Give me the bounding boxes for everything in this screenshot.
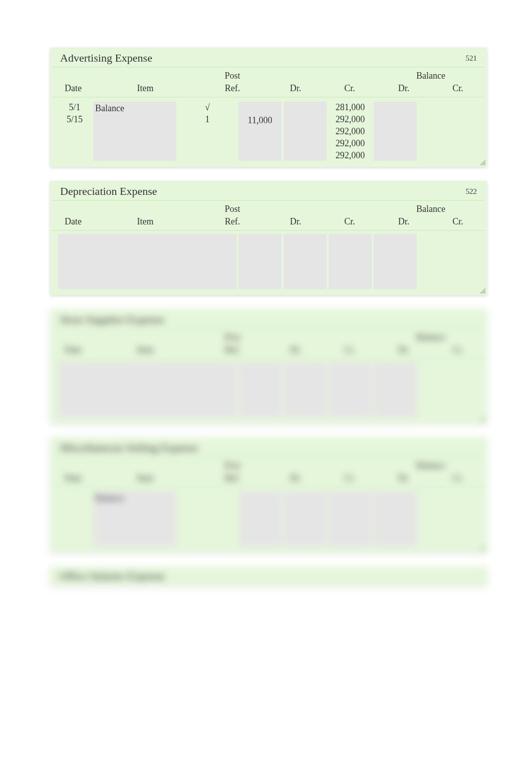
page: Advertising Expense 521 Post Balance Dat…	[0, 0, 532, 586]
header-cr: Cr.	[323, 344, 377, 358]
account-number: 522	[466, 187, 477, 196]
ledger-depreciation-expense: Depreciation Expense 522 Post Balance Da…	[50, 181, 487, 295]
cell-dr	[240, 103, 280, 114]
header-cr: Cr.	[323, 472, 377, 486]
divider	[52, 456, 485, 457]
col-post-ref	[177, 491, 237, 547]
divider	[52, 67, 485, 68]
cell-bdr: 292,000	[328, 150, 373, 161]
ledger-title: Store Supplies Expense	[60, 313, 164, 326]
cell-post	[177, 491, 237, 502]
ledger-title: Advertising Expense	[60, 52, 152, 65]
cell-bdr: 292,000	[328, 126, 373, 137]
ledger-office-salaries-expense-stub: Office Salaries Expense	[50, 567, 487, 586]
cell-date	[57, 138, 92, 149]
cell-date	[57, 150, 92, 161]
cell-post: 1	[177, 114, 237, 125]
ledger-title: Office Salaries Expense	[59, 570, 165, 583]
header-item: Item	[94, 344, 196, 358]
header-balance-cr: Cr.	[431, 82, 485, 97]
header-balance-cr: Cr.	[431, 215, 485, 230]
ledger-body: Balance	[51, 488, 486, 551]
ledger-title-row: Advertising Expense 521	[51, 49, 486, 67]
ledger-title-row: Miscellaneous Selling Expense	[51, 438, 486, 456]
panel-balance-dr	[329, 234, 372, 289]
col-dr	[238, 491, 282, 547]
ledger-body: 5/1 5/15 Balance √ 1 11,000	[51, 99, 486, 165]
cell-item: Balance	[95, 103, 174, 114]
ledger-header-table: Post Balance Date Item Ref. Dr. Cr. Dr. …	[52, 202, 485, 230]
col-post-ref: √ 1	[177, 102, 237, 161]
header-balance: Balance	[377, 69, 485, 82]
ledger-body	[51, 232, 486, 293]
cell-cr	[286, 103, 325, 114]
header-balance: Balance	[377, 202, 485, 215]
header-dr: Dr.	[269, 215, 323, 230]
header-post-bot: Ref.	[196, 472, 269, 486]
ledger-header-table: Post Balance Date Item Ref. Dr. Cr. Dr. …	[52, 458, 485, 486]
divider	[52, 328, 485, 329]
header-date: Date	[52, 344, 94, 358]
header-item: Item	[94, 215, 196, 230]
header-balance-dr: Dr.	[377, 472, 431, 486]
panel-cr	[284, 234, 327, 289]
header-balance: Balance	[377, 330, 485, 344]
cell-post: √	[177, 102, 237, 113]
cell-bdr: 281,000	[328, 102, 373, 113]
header-dr: Dr.	[269, 82, 323, 97]
cell-item: Balance	[95, 492, 174, 503]
ledger-body	[51, 360, 486, 421]
ledger-header-table: Post Balance Date Item Ref. Dr. Cr. Dr. …	[52, 330, 485, 358]
header-cr: Cr.	[323, 82, 377, 97]
header-item: Item	[94, 472, 196, 486]
ledger-title-row: Depreciation Expense 522	[51, 182, 486, 200]
header-balance-cr: Cr.	[431, 472, 485, 486]
col-balance-cr	[374, 491, 417, 547]
header-post-bot: Ref.	[196, 215, 269, 230]
col-item: Balance	[93, 491, 176, 547]
divider	[52, 486, 485, 487]
header-post-top: Post	[196, 69, 269, 82]
col-cr	[284, 102, 327, 161]
panel-cr	[284, 362, 327, 417]
header-balance: Balance	[377, 458, 485, 472]
panel-balance-cr	[374, 362, 417, 417]
header-cr: Cr.	[323, 215, 377, 230]
panel-date-item-post	[58, 362, 236, 417]
ledger-misc-selling-expense: Miscellaneous Selling Expense Post Balan…	[50, 437, 487, 553]
header-dr: Dr.	[269, 344, 323, 358]
cell-bdr: 292,000	[328, 138, 373, 149]
header-dr: Dr.	[269, 472, 323, 486]
panel-dr	[238, 362, 282, 417]
col-cr	[284, 491, 327, 547]
header-post-top: Post	[196, 330, 269, 344]
header-balance-dr: Dr.	[377, 215, 431, 230]
col-item: Balance	[93, 102, 176, 161]
divider	[52, 230, 485, 231]
cell-bdr	[331, 504, 370, 515]
col-date: 5/1 5/15	[57, 102, 92, 161]
col-balance-dr: 281,000 292,000 292,000 292,000 292,000	[328, 102, 373, 161]
header-date: Date	[52, 215, 94, 230]
header-post-top: Post	[196, 202, 269, 215]
ledger-title: Miscellaneous Selling Expense	[60, 441, 198, 454]
account-number: 521	[466, 54, 477, 63]
header-item: Item	[94, 82, 196, 97]
header-date: Date	[52, 82, 94, 97]
cell-bdr	[331, 529, 370, 540]
header-balance-cr: Cr.	[431, 344, 485, 358]
panel-dr	[238, 234, 282, 289]
header-balance-dr: Dr.	[377, 82, 431, 97]
panel-balance-dr	[329, 362, 372, 417]
cell-date: 5/15	[57, 114, 92, 125]
ledger-title-row: Store Supplies Expense	[51, 310, 486, 328]
ledger-title: Depreciation Expense	[60, 185, 157, 198]
cell-date	[57, 126, 92, 137]
panel-date-item-post	[58, 234, 236, 289]
header-post-bot: Ref.	[196, 82, 269, 97]
ledger-header-table: Post Balance Date Item Ref. Dr. Cr. Dr. …	[52, 69, 485, 97]
cell-bdr	[331, 492, 370, 503]
divider	[52, 97, 485, 98]
divider	[52, 200, 485, 201]
cell-dr: 11,000	[240, 115, 280, 126]
